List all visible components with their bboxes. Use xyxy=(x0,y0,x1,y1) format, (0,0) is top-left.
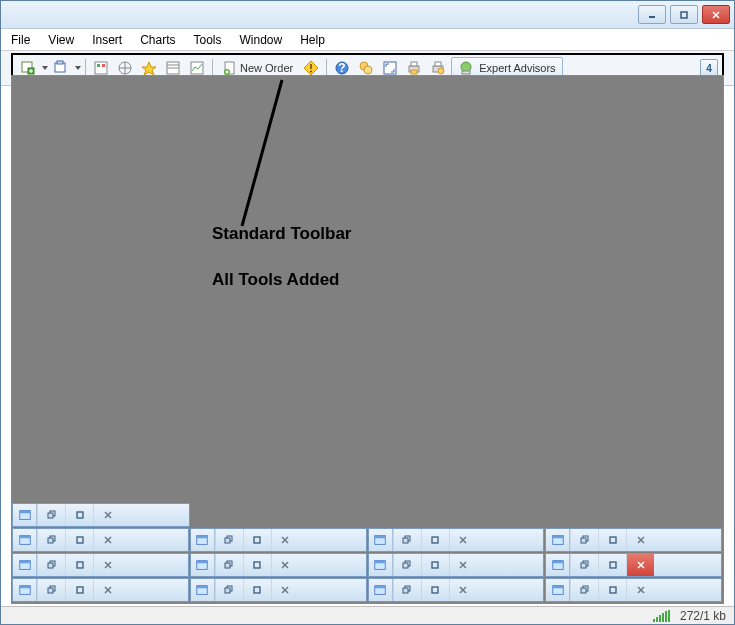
close-button[interactable] xyxy=(449,554,477,576)
svg-rect-47 xyxy=(48,513,53,518)
maximize-button[interactable] xyxy=(421,529,449,551)
maximize-button[interactable] xyxy=(421,579,449,601)
child-window[interactable] xyxy=(12,528,189,552)
svg-rect-83 xyxy=(77,562,83,568)
svg-rect-42 xyxy=(462,71,470,74)
child-window[interactable] xyxy=(368,578,545,602)
maximize-button[interactable] xyxy=(598,579,626,601)
close-button[interactable] xyxy=(626,529,654,551)
svg-rect-82 xyxy=(48,563,53,568)
child-window[interactable] xyxy=(190,553,367,577)
child-window[interactable] xyxy=(545,528,722,552)
close-button[interactable] xyxy=(93,504,121,526)
maximize-button[interactable] xyxy=(243,579,271,601)
restore-button[interactable] xyxy=(215,529,243,551)
close-button[interactable] xyxy=(626,579,654,601)
child-window[interactable] xyxy=(12,578,189,602)
restore-button[interactable] xyxy=(393,579,421,601)
svg-rect-111 xyxy=(77,587,83,593)
svg-point-29 xyxy=(310,71,312,73)
svg-line-43 xyxy=(242,80,282,226)
svg-rect-104 xyxy=(610,562,616,568)
maximize-button[interactable] xyxy=(243,554,271,576)
child-window[interactable] xyxy=(368,553,545,577)
annotation-text-2: All Tools Added xyxy=(212,270,340,290)
close-button[interactable] xyxy=(626,554,654,576)
child-window[interactable] xyxy=(190,578,367,602)
close-button[interactable] xyxy=(271,579,299,601)
close-button[interactable] xyxy=(449,529,477,551)
child-window[interactable] xyxy=(368,528,545,552)
close-button[interactable] xyxy=(271,554,299,576)
connection-signal-icon xyxy=(653,610,670,622)
svg-rect-124 xyxy=(403,588,408,593)
svg-rect-62 xyxy=(254,537,260,543)
svg-rect-96 xyxy=(403,563,408,568)
minimize-button[interactable] xyxy=(638,5,666,24)
maximize-button[interactable] xyxy=(598,554,626,576)
restore-button[interactable] xyxy=(570,529,598,551)
chart-icon xyxy=(13,529,37,551)
restore-button[interactable] xyxy=(37,554,65,576)
maximize-button[interactable] xyxy=(243,529,271,551)
svg-rect-97 xyxy=(432,562,438,568)
svg-marker-8 xyxy=(42,66,48,70)
svg-rect-48 xyxy=(77,512,83,518)
expert-advisors-label: Expert Advisors xyxy=(479,62,555,74)
menu-help[interactable]: Help xyxy=(300,33,325,47)
menu-view[interactable]: View xyxy=(48,33,74,47)
restore-button[interactable] xyxy=(215,554,243,576)
new-chart-dropdown[interactable] xyxy=(41,66,48,70)
chart-icon xyxy=(13,579,37,601)
restore-button[interactable] xyxy=(215,579,243,601)
svg-rect-10 xyxy=(57,61,63,64)
child-window[interactable] xyxy=(12,503,190,527)
restore-button[interactable] xyxy=(570,579,598,601)
close-button[interactable] xyxy=(449,579,477,601)
menu-insert[interactable]: Insert xyxy=(92,33,122,47)
maximize-button[interactable] xyxy=(65,554,93,576)
menu-tools[interactable]: Tools xyxy=(194,33,222,47)
close-button[interactable] xyxy=(93,554,121,576)
svg-rect-69 xyxy=(432,537,438,543)
maximize-button[interactable] xyxy=(65,579,93,601)
child-window[interactable] xyxy=(12,553,189,577)
svg-rect-61 xyxy=(225,538,230,543)
window-titlebar xyxy=(1,1,734,29)
svg-rect-103 xyxy=(581,563,586,568)
maximize-button[interactable] xyxy=(598,529,626,551)
restore-button[interactable] xyxy=(37,579,65,601)
svg-rect-52 xyxy=(19,536,30,539)
chart-icon xyxy=(13,554,37,576)
child-window[interactable] xyxy=(545,553,722,577)
restore-button[interactable] xyxy=(37,529,65,551)
close-button[interactable] xyxy=(93,579,121,601)
maximize-button[interactable] xyxy=(65,529,93,551)
chart-icon xyxy=(191,579,215,601)
close-button[interactable] xyxy=(93,529,121,551)
svg-rect-110 xyxy=(48,588,53,593)
close-button[interactable] xyxy=(271,529,299,551)
child-window[interactable] xyxy=(190,528,367,552)
child-window[interactable] xyxy=(545,578,722,602)
menu-file[interactable]: File xyxy=(11,33,30,47)
profiles-dropdown[interactable] xyxy=(74,66,81,70)
close-button[interactable] xyxy=(702,5,730,24)
status-kb: 272/1 kb xyxy=(680,609,726,623)
restore-button[interactable] xyxy=(570,554,598,576)
chart-icon xyxy=(369,529,393,551)
svg-rect-36 xyxy=(411,62,417,66)
maximize-button[interactable] xyxy=(65,504,93,526)
restore-button[interactable] xyxy=(37,504,65,526)
maximize-button[interactable] xyxy=(670,5,698,24)
restore-button[interactable] xyxy=(393,529,421,551)
svg-rect-94 xyxy=(375,561,386,564)
menu-window[interactable]: Window xyxy=(240,33,283,47)
new-order-label: New Order xyxy=(240,62,293,74)
svg-rect-89 xyxy=(225,563,230,568)
restore-button[interactable] xyxy=(393,554,421,576)
menu-charts[interactable]: Charts xyxy=(140,33,175,47)
chart-icon xyxy=(546,554,570,576)
maximize-button[interactable] xyxy=(421,554,449,576)
svg-rect-90 xyxy=(254,562,260,568)
